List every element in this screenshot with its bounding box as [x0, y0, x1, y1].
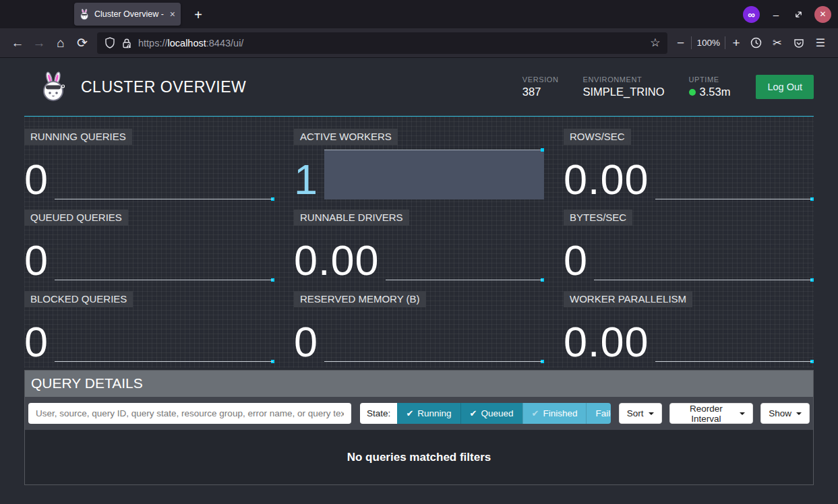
zoom-level[interactable]: 100% [694, 38, 723, 48]
stat-label: BLOCKED QUERIES [24, 291, 133, 307]
stat-value: 0 [564, 241, 594, 280]
page-header: CLUSTER OVERVIEW VERSION 387 ENVIRONMENT… [24, 58, 814, 117]
trino-page: CLUSTER OVERVIEW VERSION 387 ENVIRONMENT… [0, 58, 838, 504]
uptime-value: 3.53m [700, 86, 731, 98]
sparkline-chart [655, 150, 814, 199]
forward-button[interactable]: → [28, 32, 50, 54]
toolbar-divider [691, 36, 692, 49]
sparkline-dot [810, 278, 814, 282]
history-clock-icon[interactable] [745, 32, 767, 54]
stat-value: 1 [294, 160, 324, 199]
stat-card-rows-sec: ROWS/SEC 0.00 [564, 125, 814, 206]
state-filter-queued[interactable]: ✔ Queued [460, 403, 522, 424]
sparkline-dot [271, 197, 274, 201]
screenshot-scissors-icon[interactable]: ✂ [767, 32, 788, 54]
browser-tab[interactable]: Cluster Overview - Trino × [74, 3, 181, 26]
stat-label: WORKER PARALLELISM [564, 291, 692, 307]
stat-value: 0.00 [564, 160, 655, 199]
stat-card-queued-queries: QUEUED QUERIES 0 [24, 206, 274, 286]
reorder-interval-label: Reorder Interval [678, 404, 736, 424]
sparkline-dot [271, 278, 274, 282]
url-scheme: https:// [138, 38, 168, 49]
minimize-button[interactable]: – [770, 9, 782, 20]
stat-value: 0 [24, 323, 55, 362]
environment-info: ENVIRONMENT SIMPLE_TRINO [583, 75, 665, 98]
stat-value: 0 [294, 323, 324, 362]
show-dropdown-button[interactable]: Show [760, 403, 810, 424]
toolbar-divider [725, 36, 725, 49]
sparkline-chart [55, 230, 274, 280]
state-filter-text: Finished [543, 408, 577, 418]
environment-value: SIMPLE_TRINO [583, 86, 665, 98]
home-button[interactable]: ⌂ [50, 32, 71, 54]
url-bar[interactable]: https://localhost:8443/ui/ ☆ [97, 32, 667, 54]
zoom-out-button[interactable]: − [671, 32, 689, 54]
menu-hamburger-icon[interactable]: ☰ [810, 32, 831, 54]
sparkline-chart [386, 230, 544, 280]
uptime-label: UPTIME [689, 75, 731, 84]
logout-button[interactable]: Log Out [756, 75, 814, 99]
sparkline-dot [810, 360, 814, 363]
url-host: localhost [168, 38, 206, 49]
chevron-down-icon [649, 412, 654, 415]
url-text[interactable]: https://localhost:8443/ui/ [138, 38, 644, 49]
url-path: :8443/ui/ [206, 38, 244, 49]
check-icon: ✔ [532, 408, 539, 418]
sparkline-dot [541, 360, 544, 363]
sparkline-chart [594, 230, 814, 280]
sparkline-dot [810, 197, 814, 201]
sparkline-dot [271, 360, 274, 363]
check-icon: ✔ [470, 408, 477, 418]
stat-label: ACTIVE WORKERS [294, 129, 398, 145]
stat-card-bytes-sec: BYTES/SEC 0 [564, 206, 814, 286]
stat-label: BYTES/SEC [564, 210, 632, 226]
browser-titlebar: Cluster Overview - Trino × + ∞ – ✕ [0, 0, 838, 28]
sparkline-chart [324, 312, 544, 362]
state-filter-text: Queued [481, 408, 513, 418]
tab-title: Cluster Overview - Trino [94, 9, 165, 19]
shield-icon[interactable] [104, 37, 115, 49]
lock-warning-icon[interactable] [121, 38, 132, 49]
sparkline-chart [55, 312, 274, 362]
state-filter-group: State: ✔ Running ✔ Queued ✔ Finished Fai… [360, 403, 611, 424]
state-filter-failed-dropdown[interactable]: Failed [586, 403, 610, 424]
back-button[interactable]: ← [7, 32, 28, 54]
chevron-down-icon [796, 412, 802, 415]
version-label: VERSION [522, 75, 559, 84]
trino-bunny-logo [40, 71, 68, 102]
stat-value: 0.00 [294, 241, 386, 280]
stat-card-reserved-memory: RESERVED MEMORY (B) 0 [294, 287, 544, 368]
uptime-status-dot [689, 89, 696, 96]
query-filter-toolbar: State: ✔ Running ✔ Queued ✔ Finished Fai… [25, 397, 813, 430]
stat-label: RESERVED MEMORY (B) [294, 291, 426, 307]
state-filter-finished[interactable]: ✔ Finished [522, 403, 587, 424]
private-browsing-icon: ∞ [743, 6, 760, 23]
stat-label: QUEUED QUERIES [24, 210, 128, 226]
version-value: 387 [522, 86, 559, 98]
close-button[interactable]: ✕ [814, 6, 831, 23]
uptime-info: UPTIME 3.53m [689, 75, 731, 98]
query-search-input[interactable] [28, 403, 351, 424]
zoom-in-button[interactable]: + [727, 32, 745, 54]
reload-button[interactable]: ⟳ [71, 32, 93, 54]
chevron-down-icon [740, 412, 745, 415]
reorder-interval-dropdown-button[interactable]: Reorder Interval [669, 403, 754, 424]
new-tab-button[interactable]: + [189, 7, 208, 23]
trino-favicon-icon [80, 9, 90, 20]
sparkline-chart [655, 312, 814, 362]
state-filter-running[interactable]: ✔ Running [397, 403, 460, 424]
show-label: Show [769, 408, 791, 418]
browser-toolbar: ← → ⌂ ⟳ https://localhost:8443/ui/ ☆ − 1… [0, 28, 838, 58]
query-details-title: QUERY DETAILS [25, 371, 813, 397]
bookmark-star-icon[interactable]: ☆ [650, 36, 660, 50]
cluster-stats-grid: RUNNING QUERIES 0 ACTIVE WORKERS 1 ROWS/… [24, 117, 814, 368]
sparkline-chart [324, 150, 544, 199]
tab-close-icon[interactable]: × [170, 9, 175, 19]
version-info: VERSION 387 [522, 75, 559, 98]
stat-card-runnable-drivers: RUNNABLE DRIVERS 0.00 [294, 206, 544, 286]
sparkline-dot [541, 148, 544, 152]
pocket-icon[interactable] [788, 32, 810, 54]
stat-value: 0 [24, 160, 55, 199]
sort-dropdown-button[interactable]: Sort [619, 403, 662, 424]
restore-button[interactable] [792, 8, 804, 20]
